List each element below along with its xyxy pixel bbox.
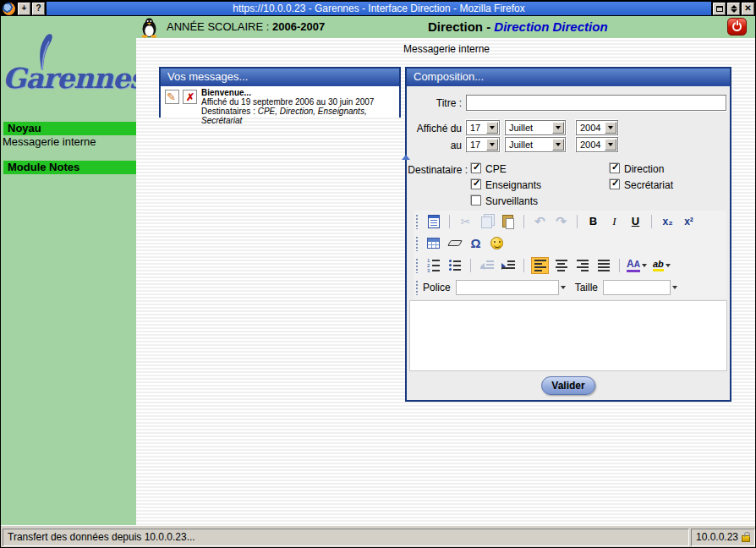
align-right-button[interactable] (573, 257, 591, 274)
align-center-button[interactable] (552, 257, 570, 274)
from-day-select[interactable]: 17 (466, 120, 500, 135)
titre-input[interactable] (466, 95, 726, 111)
superscript-button[interactable]: x² (680, 213, 698, 230)
to-month-select[interactable]: Juillet (505, 137, 566, 152)
message-period: Affiché du 19 septembre 2006 au 30 juin … (201, 97, 399, 107)
delete-message-icon[interactable]: ✗ (183, 90, 197, 104)
sidebar-item-messagerie-interne[interactable]: Messagerie interne (3, 135, 96, 148)
status-bar: Transfert des données depuis 10.0.0.23..… (1, 525, 756, 548)
toolbar-drag-handle[interactable] (415, 280, 419, 295)
undo-button[interactable]: ↶ (531, 213, 549, 230)
valider-button[interactable]: Valider (541, 376, 595, 395)
toolbar-drag-handle[interactable] (415, 214, 419, 229)
cut-button[interactable]: ✂ (457, 213, 474, 230)
window-help-button[interactable]: ? (32, 3, 45, 15)
checkbox-box[interactable] (471, 179, 481, 189)
ssl-lock-icon (742, 535, 750, 542)
copy-icon (481, 216, 492, 228)
checkbox-enseignants[interactable]: Enseignants (471, 179, 541, 191)
chevron-down-icon (486, 122, 498, 134)
message-body-textarea[interactable] (409, 300, 727, 371)
smiley-button[interactable] (488, 235, 506, 252)
checkbox-surveillants[interactable]: Surveillants (471, 195, 538, 207)
text-color-icon: AA (627, 259, 640, 272)
window-titlebar: + ? https://10.0.0.23 - Garennes - Inter… (1, 1, 755, 16)
align-left-button[interactable] (531, 257, 549, 274)
outdent-button[interactable] (478, 257, 496, 274)
maximize-button[interactable] (713, 3, 726, 15)
from-year-select[interactable]: 2004 (576, 120, 618, 135)
checkbox-box[interactable] (471, 163, 481, 173)
checkbox-label: Direction (624, 163, 664, 175)
police-combo[interactable] (456, 280, 559, 295)
numbered-list-button[interactable]: 1 2 3 (425, 257, 442, 274)
toolbar-drag-handle[interactable] (415, 258, 419, 273)
source-button[interactable] (425, 213, 442, 230)
taille-combo[interactable] (603, 280, 671, 295)
school-year-label: ANNÉE SCOLAIRE : (167, 20, 269, 33)
main-content: Messagerie interne Vos messages... ✎ ✗ B… (136, 38, 756, 525)
edit-message-icon[interactable]: ✎ (165, 90, 179, 104)
outdent-icon (480, 260, 494, 271)
status-text: Transfert des données depuis 10.0.0.23..… (8, 531, 195, 543)
bulleted-list-button[interactable] (446, 257, 463, 274)
chevron-down-icon (605, 139, 616, 151)
messages-panel: Vos messages... ✎ ✗ Bienvenue... Affiché… (159, 67, 401, 118)
pencil-glyph: ✎ (167, 90, 176, 103)
justify-icon (598, 260, 610, 271)
to-day-value: 17 (467, 140, 486, 150)
chevron-down-icon (552, 139, 564, 151)
messages-panel-header: Vos messages... (161, 68, 399, 86)
role-title: Direction - Direction Direction (428, 19, 608, 34)
checkbox-box[interactable] (610, 179, 620, 189)
align-center-icon (556, 260, 567, 271)
chevron-down-icon (642, 264, 647, 267)
logout-power-button[interactable] (727, 18, 747, 36)
checkbox-direction[interactable]: Direction (610, 163, 664, 175)
firefox-icon[interactable] (3, 3, 15, 15)
from-month-select[interactable]: Juillet (505, 120, 566, 135)
checkbox-secretariat[interactable]: Secrétariat (610, 179, 673, 191)
redo-button[interactable]: ↷ (552, 213, 570, 230)
message-title: Bienvenue... (201, 88, 399, 97)
text-color-button[interactable]: AA (627, 257, 649, 274)
italic-button[interactable]: I (605, 213, 623, 230)
chevron-down-icon[interactable] (672, 286, 677, 289)
checkbox-cpe[interactable]: CPE (471, 163, 507, 175)
checkbox-box[interactable] (471, 195, 481, 206)
au-label: au (407, 140, 462, 151)
message-destinataires: Destinataires : CPE, Direction, Enseigna… (201, 107, 399, 125)
justify-button[interactable] (594, 257, 612, 274)
indent-button[interactable] (499, 257, 517, 274)
close-button[interactable]: ✕ (742, 3, 754, 15)
from-month-value: Juillet (506, 123, 552, 133)
smiley-icon (490, 237, 503, 249)
chevron-down-icon[interactable] (561, 286, 566, 289)
indent-icon (501, 260, 515, 271)
status-host: 10.0.0.23 (691, 529, 755, 546)
to-year-select[interactable]: 2004 (576, 137, 618, 152)
chevron-down-icon (605, 122, 616, 134)
highlight-color-button[interactable]: ab (653, 257, 673, 274)
browser-window: + ? https://10.0.0.23 - Garennes - Inter… (0, 0, 756, 548)
copy-button[interactable] (478, 213, 496, 230)
role-separator: - (483, 19, 494, 34)
checkbox-label: Surveillants (485, 195, 538, 207)
subscript-button[interactable]: x₂ (659, 213, 677, 230)
bold-button[interactable]: B (584, 213, 602, 230)
toolbar-drag-handle[interactable] (415, 236, 419, 251)
checkbox-box[interactable] (610, 163, 620, 173)
underline-button[interactable]: U (627, 213, 644, 230)
insert-table-button[interactable] (425, 235, 442, 252)
to-day-select[interactable]: 17 (466, 137, 500, 152)
remove-format-button[interactable] (446, 235, 463, 252)
school-year: ANNÉE SCOLAIRE : 2006-2007 (167, 20, 325, 33)
chevron-down-icon (666, 264, 671, 267)
special-char-button[interactable]: Ω (467, 235, 485, 252)
status-message: Transfert des données depuis 10.0.0.23..… (3, 529, 689, 546)
destinataire-label: Destinataire : (407, 164, 468, 176)
shade-button[interactable] (727, 3, 740, 15)
paste-button[interactable] (499, 213, 517, 230)
toolbar-collapse-icon[interactable] (402, 155, 410, 160)
window-menu-button[interactable]: + (18, 3, 30, 15)
